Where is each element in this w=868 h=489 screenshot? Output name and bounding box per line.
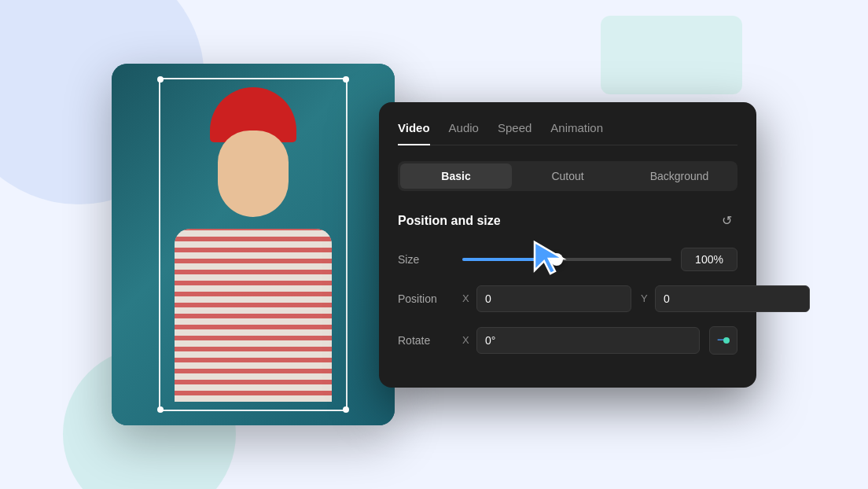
position-y-input[interactable] (655, 285, 810, 312)
rotate-x-label: X (462, 334, 472, 346)
section-header: Position and size ↺ (398, 210, 737, 232)
section-title: Position and size (398, 214, 501, 228)
tab-animation[interactable]: Animation (550, 121, 603, 145)
sub-tabs-row: Basic Cutout Background (398, 161, 737, 191)
rotate-x-group: X (462, 327, 700, 354)
size-slider-fill (462, 258, 557, 261)
handle-top-right[interactable] (343, 76, 349, 83)
handle-top-left[interactable] (157, 76, 164, 83)
rotate-label: Rotate (398, 334, 453, 347)
y-coord-label: Y (641, 292, 650, 304)
size-value-input[interactable] (681, 248, 737, 271)
rotate-x-input[interactable] (476, 327, 700, 354)
x-coord-label: X (462, 292, 472, 304)
size-slider[interactable] (462, 258, 671, 261)
size-slider-thumb[interactable] (550, 253, 563, 266)
position-label: Position (398, 292, 453, 305)
reset-button[interactable]: ↺ (715, 210, 737, 232)
subtab-background[interactable]: Background (623, 164, 735, 189)
teal-indicator (723, 337, 730, 344)
properties-panel: Video Audio Speed Animation Basic Cutout… (379, 102, 756, 388)
position-y-group: Y (641, 285, 810, 312)
rotate-minus-button[interactable]: − (709, 326, 737, 355)
position-x-group: X (462, 285, 631, 312)
size-control-row: Size (398, 248, 737, 271)
position-x-input[interactable] (476, 285, 631, 312)
rotate-control-row: Rotate X − (398, 326, 737, 355)
handle-bottom-right[interactable] (343, 406, 349, 413)
selection-box (159, 78, 348, 411)
subtab-cutout[interactable]: Cutout (512, 164, 623, 189)
tabs-row: Video Audio Speed Animation (398, 121, 737, 145)
size-label: Size (398, 253, 453, 266)
position-control-row: Position X Y (398, 285, 737, 312)
handle-bottom-left[interactable] (157, 406, 164, 413)
main-container: Video Audio Speed Animation Basic Cutout… (112, 64, 756, 425)
tab-video[interactable]: Video (398, 121, 430, 145)
rotate-buttons-group: − (709, 326, 737, 355)
subtab-basic[interactable]: Basic (400, 164, 512, 189)
tab-speed[interactable]: Speed (498, 121, 531, 145)
photo-card (112, 64, 395, 425)
tab-audio[interactable]: Audio (449, 121, 479, 145)
